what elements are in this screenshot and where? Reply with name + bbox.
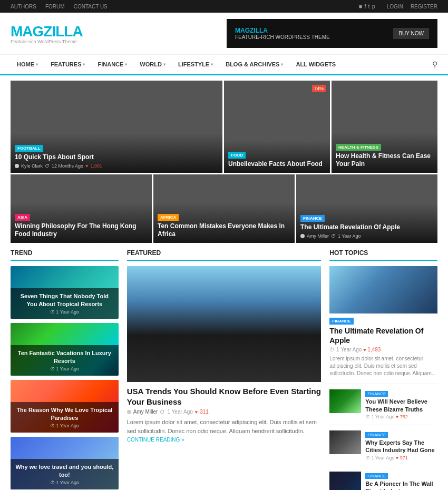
trend-meta-2: ⏱ 1 Year Ago xyxy=(15,423,114,428)
main-content: FOOTBALL 10 Quick Tips About Sport Kyle … xyxy=(0,75,448,490)
feat-overlay-africa: AFRICA Ten Common Mistakes Everyone Make… xyxy=(153,202,295,243)
trend-overlay-2: The Reason Why We Love Tropical Paradise… xyxy=(11,402,119,433)
register-link[interactable]: REGISTER xyxy=(411,4,437,9)
feat-overlay-food: FOOD Unbelievable Facts About Food xyxy=(224,140,330,173)
hot-topic-badge: FINANCE xyxy=(329,318,354,325)
small-heart-0: ♥ xyxy=(396,414,398,419)
featured-center-image[interactable] xyxy=(127,266,322,382)
forum-link[interactable]: FORUM xyxy=(45,4,65,9)
featured-center-article-title: USA Trends You Should Know Before Even S… xyxy=(127,386,322,407)
small-meta-0: ⏱ 1 Year Ago ♥ 752 xyxy=(365,414,437,419)
featured-center-avatar xyxy=(127,410,131,414)
blog-dropdown-arrow: ▾ xyxy=(281,62,283,67)
badge-asia: ASIA xyxy=(15,214,30,221)
feat-title-food: Unbelievable Facts About Food xyxy=(228,160,326,169)
time-apple: 1 Year Ago xyxy=(338,233,361,239)
clock-sport: ⏱ xyxy=(45,163,50,169)
nav-features[interactable]: FEATURES▾ xyxy=(44,55,91,74)
feat-title-africa: Ten Common Mistakes Everyone Makes In Af… xyxy=(158,222,290,239)
feat-title-hk: Winning Philosophy For The Hong Kong Foo… xyxy=(15,222,148,239)
trend-title-2: The Reason Why We Love Tropical Paradise… xyxy=(15,406,114,422)
divider-1 xyxy=(329,384,437,384)
clock-apple: ⏱ xyxy=(331,233,336,239)
author-apple: Amy Miller xyxy=(307,233,329,239)
small-views-0: 752 xyxy=(400,414,408,419)
trend-section-title: TREND xyxy=(11,249,119,261)
search-icon[interactable]: ⚲ xyxy=(432,60,437,68)
feat-overlay-apple: FINANCE The Ultimate Revelation Of Apple… xyxy=(296,203,437,243)
nav-world[interactable]: WORLD▾ xyxy=(133,55,172,74)
nav-home[interactable]: HOME▾ xyxy=(11,55,44,74)
continue-reading-link[interactable]: CONTINUE READING » xyxy=(127,437,184,443)
author-sport: Kyle Clark xyxy=(21,163,43,169)
nav-items: HOME▾ FEATURES▾ FINANCE▾ WORLD▾ LIFESTYL… xyxy=(11,55,342,74)
featured-article-hk[interactable]: ASIA Winning Philosophy For The Hong Kon… xyxy=(11,174,152,243)
nav-lifestyle[interactable]: LIFESTYLE▾ xyxy=(172,55,219,74)
trend-title-0: Seven Things That Nobody Told You About … xyxy=(15,292,114,308)
nav-bar: HOME▾ FEATURES▾ FINANCE▾ WORLD▾ LIFESTYL… xyxy=(0,54,448,75)
feat-overlay-sport: FOOTBALL 10 Quick Tips About Sport Kyle … xyxy=(11,133,222,173)
contact-link[interactable]: CONTACT US xyxy=(74,4,108,9)
badge-football: FOOTBALL xyxy=(15,145,43,152)
nav-blog[interactable]: BLOG & ARCHIVES▾ xyxy=(219,55,289,74)
small-article-content-0: FINANCE You Will Never Believe These Biz… xyxy=(365,389,437,419)
featured-article-fitness[interactable]: HEALTH & FITNESS How Health & Fitness Ca… xyxy=(332,81,437,173)
social-icons: ■ f t p xyxy=(359,3,375,9)
pinterest-icon[interactable]: p xyxy=(372,3,375,9)
hot-topic-views: 1,493 xyxy=(367,347,381,352)
facebook-icon[interactable]: f xyxy=(365,3,366,9)
trend-title-3: Why we love travel and you should, too! xyxy=(15,463,114,478)
logo[interactable]: MAGZILLA Feature-rich WordPress Theme xyxy=(11,23,83,44)
small-badge-0: FINANCE xyxy=(365,391,388,397)
top-bar-nav: AUTHORS FORUM CONTACT US xyxy=(11,3,115,9)
small-article-2[interactable]: FINANCE Be A Pioneer In The Wall Street … xyxy=(329,472,437,490)
banner-buy-button[interactable]: BUY NOW xyxy=(393,28,429,39)
small-article-1[interactable]: FINANCE Why Experts Say The Cities Indus… xyxy=(329,430,437,466)
hot-topics-section: HOT TOPICS FINANCE The Ultimate Revelati… xyxy=(329,249,437,490)
featured-center-section: FEATURED USA Trends You Should Know Befo… xyxy=(127,249,322,490)
logo-text: MAGZILLA xyxy=(11,23,83,40)
featured-article-africa[interactable]: AFRICA Ten Common Mistakes Everyone Make… xyxy=(153,174,295,243)
small-article-img-0 xyxy=(329,389,361,413)
top-bar: AUTHORS FORUM CONTACT US ■ f t p LOGIN R… xyxy=(0,0,448,13)
trend-meta-1: ⏱ 1 Year Ago xyxy=(15,366,114,371)
small-meta-1: ⏱ 1 Year Ago ♥ 971 xyxy=(365,455,437,460)
banner-brand: MAGZILLA xyxy=(235,27,330,34)
hot-topic-main[interactable]: FINANCE The Ultimate Revelation Of Apple… xyxy=(329,266,437,377)
home-dropdown-arrow: ▾ xyxy=(36,62,38,67)
header-banner-ad: MAGZILLA FEATURE-RICH WORDPRESS THEME BU… xyxy=(227,19,437,48)
badge-food: FOOD xyxy=(228,152,246,159)
featured-center-heart: ♥ xyxy=(195,409,198,415)
rss-icon[interactable]: ■ xyxy=(359,3,363,9)
nav-finance[interactable]: FINANCE▾ xyxy=(91,55,133,74)
trend-title-1: Ten Fantastic Vacations In Luxury Resort… xyxy=(15,349,114,365)
percent-badge-food: 74% xyxy=(312,85,326,92)
banner-text: MAGZILLA FEATURE-RICH WORDPRESS THEME xyxy=(235,27,330,40)
trend-card-0[interactable]: Seven Things That Nobody Told You About … xyxy=(11,266,119,319)
time-sport: 12 Months Ago xyxy=(52,163,83,169)
logo-accent: ZILLA xyxy=(43,23,82,40)
trend-card-3[interactable]: Why we love travel and you should, too! … xyxy=(11,437,119,489)
feat-overlay-fitness: HEALTH & FITNESS How Health & Fitness Ca… xyxy=(332,132,437,173)
featured-article-food[interactable]: 74% FOOD Unbelievable Facts About Food xyxy=(224,81,330,173)
author-avatar-sport xyxy=(15,164,19,168)
logo-subtitle: Feature-rich WordPress Theme xyxy=(11,39,83,44)
small-article-0[interactable]: FINANCE You Will Never Believe These Biz… xyxy=(329,389,437,425)
sections-row: TREND Seven Things That Nobody Told You … xyxy=(11,249,437,490)
featured-article-apple[interactable]: FINANCE The Ultimate Revelation Of Apple… xyxy=(296,174,437,243)
featured-center-desc: Lorem ipsum dolor sit amet, consectetur … xyxy=(127,418,322,444)
featured-article-sport[interactable]: FOOTBALL 10 Quick Tips About Sport Kyle … xyxy=(11,81,222,173)
featured-center-clock: ⏱ xyxy=(160,409,165,415)
trend-card-1[interactable]: Ten Fantastic Vacations In Luxury Resort… xyxy=(11,323,119,376)
features-dropdown-arrow: ▾ xyxy=(83,62,85,67)
authors-link[interactable]: AUTHORS xyxy=(11,4,36,9)
hot-topic-desc: Lorem ipsum dolor sit amet, consectetur … xyxy=(329,355,437,377)
twitter-icon[interactable]: t xyxy=(368,3,370,9)
top-bar-right: ■ f t p LOGIN REGISTER xyxy=(359,3,437,9)
trend-card-2[interactable]: The Reason Why We Love Tropical Paradise… xyxy=(11,380,119,433)
small-title-2: Be A Pioneer In The Wall Street Industry xyxy=(365,480,437,490)
nav-widgets[interactable]: ALL WIDGETS xyxy=(289,55,342,74)
trend-meta-0: ⏱ 1 Year Ago xyxy=(15,309,114,315)
feat-title-sport: 10 Quick Tips About Sport xyxy=(15,153,218,162)
login-link[interactable]: LOGIN xyxy=(387,4,403,9)
